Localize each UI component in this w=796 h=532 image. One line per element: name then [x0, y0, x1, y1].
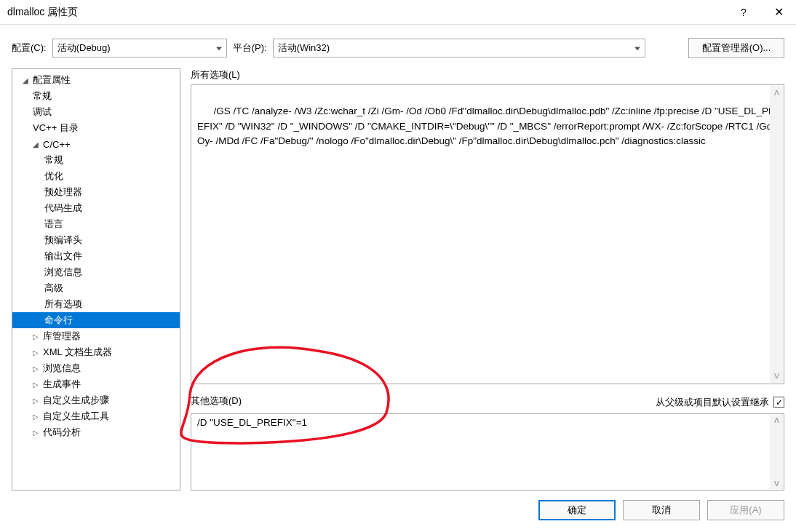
configuration-manager-button[interactable]: 配置管理器(O)...: [688, 38, 784, 58]
tree-item-librarian[interactable]: ▷库管理器: [12, 328, 180, 344]
other-options-text: /D "USE_DL_PREFIX"=1: [197, 417, 307, 428]
platform-value: 活动(Win32): [278, 41, 330, 55]
close-button[interactable]: ✕: [761, 0, 796, 25]
tree-item-debugging[interactable]: 调试: [12, 104, 180, 120]
expander-down-icon: ◢: [23, 76, 31, 84]
platform-dropdown[interactable]: 活动(Win32): [273, 39, 645, 57]
expander-down-icon: ◢: [33, 140, 41, 148]
expander-right-icon: ▷: [33, 429, 41, 437]
tree-item-browseinfo[interactable]: ▷浏览信息: [12, 360, 180, 376]
scroll-up-icon: ᐱ: [774, 416, 779, 424]
tree-item-cpp-optimization[interactable]: 优化: [12, 168, 180, 184]
tree-item-general[interactable]: 常规: [12, 88, 180, 104]
vscrollbar[interactable]: ᐱ ᐯ: [770, 86, 783, 383]
expander-right-icon: ▷: [33, 333, 41, 341]
expander-right-icon: ▷: [33, 349, 41, 357]
vscrollbar[interactable]: ᐱ ᐯ: [770, 415, 783, 489]
scroll-down-icon: ᐯ: [774, 370, 779, 381]
all-options-textarea[interactable]: /GS /TC /analyze- /W3 /Zc:wchar_t /Zi /G…: [191, 84, 784, 384]
all-options-label: 所有选项(L): [191, 68, 784, 82]
main-area: ◢配置属性 常规 调试 VC++ 目录 ◢C/C++ 常规 优化 预处理器 代码…: [0, 68, 796, 491]
tree-item-buildevents[interactable]: ▷生成事件: [12, 376, 180, 392]
expander-right-icon: ▷: [33, 381, 41, 389]
tree-item-custombuildstep[interactable]: ▷自定义生成步骤: [12, 392, 180, 408]
configuration-dropdown[interactable]: 活动(Debug): [52, 39, 227, 57]
apply-button[interactable]: 应用(A): [707, 500, 784, 520]
tree-item-cpp[interactable]: ◢C/C++: [12, 136, 180, 152]
expander-right-icon: ▷: [33, 365, 41, 373]
right-pane: 所有选项(L) /GS /TC /analyze- /W3 /Zc:wchar_…: [191, 68, 784, 491]
tree-item-custombuildtool[interactable]: ▷自定义生成工具: [12, 408, 180, 424]
ok-button[interactable]: 确定: [538, 500, 616, 520]
scroll-down-icon: ᐯ: [774, 480, 779, 488]
footer-buttons: 确定 取消 应用(A): [538, 500, 784, 520]
tree-item-cpp-advanced[interactable]: 高级: [12, 280, 180, 296]
tree-item-codeanalysis[interactable]: ▷代码分析: [12, 424, 180, 440]
tree-root-config[interactable]: ◢配置属性: [12, 72, 180, 88]
tree-item-cpp-alloptions[interactable]: 所有选项: [12, 296, 180, 312]
cancel-button[interactable]: 取消: [623, 500, 700, 520]
tree-item-cpp-general[interactable]: 常规: [12, 152, 180, 168]
tree-item-cpp-browse[interactable]: 浏览信息: [12, 264, 180, 280]
platform-label: 平台(P):: [233, 41, 267, 55]
expander-right-icon: ▷: [33, 413, 41, 421]
all-options-text: /GS /TC /analyze- /W3 /Zc:wchar_t /Zi /G…: [197, 106, 778, 146]
expander-right-icon: ▷: [33, 397, 41, 405]
tree-item-cpp-cmdline[interactable]: 命令行: [12, 312, 180, 328]
titlebar: dlmalloc 属性页 ? ✕: [0, 0, 796, 25]
config-toolbar: 配置(C): 活动(Debug) 平台(P): 活动(Win32) 配置管理器(…: [0, 25, 796, 68]
property-tree[interactable]: ◢配置属性 常规 调试 VC++ 目录 ◢C/C++ 常规 优化 预处理器 代码…: [12, 68, 180, 491]
tree-item-cpp-language[interactable]: 语言: [12, 216, 180, 232]
tree-item-cpp-codegen[interactable]: 代码生成: [12, 200, 180, 216]
help-button[interactable]: ?: [726, 0, 761, 25]
other-options-textarea[interactable]: /D "USE_DL_PREFIX"=1 ᐱ ᐯ: [191, 413, 784, 491]
configuration-label: 配置(C):: [12, 41, 47, 55]
window-title: dlmalloc 属性页: [7, 6, 726, 19]
tree-item-vcdirs[interactable]: VC++ 目录: [12, 120, 180, 136]
tree-item-cpp-pch[interactable]: 预编译头: [12, 232, 180, 248]
other-options-label: 其他选项(D): [191, 394, 242, 408]
tree-item-cpp-preprocessor[interactable]: 预处理器: [12, 184, 180, 200]
tree-item-xmldoc[interactable]: ▷XML 文档生成器: [12, 344, 180, 360]
tree-item-cpp-output[interactable]: 输出文件: [12, 248, 180, 264]
inherit-label: 从父级或项目默认设置继承: [656, 396, 769, 409]
inherit-checkbox[interactable]: ✓: [773, 397, 784, 408]
configuration-value: 活动(Debug): [57, 41, 111, 55]
scroll-up-icon: ᐱ: [774, 87, 779, 98]
